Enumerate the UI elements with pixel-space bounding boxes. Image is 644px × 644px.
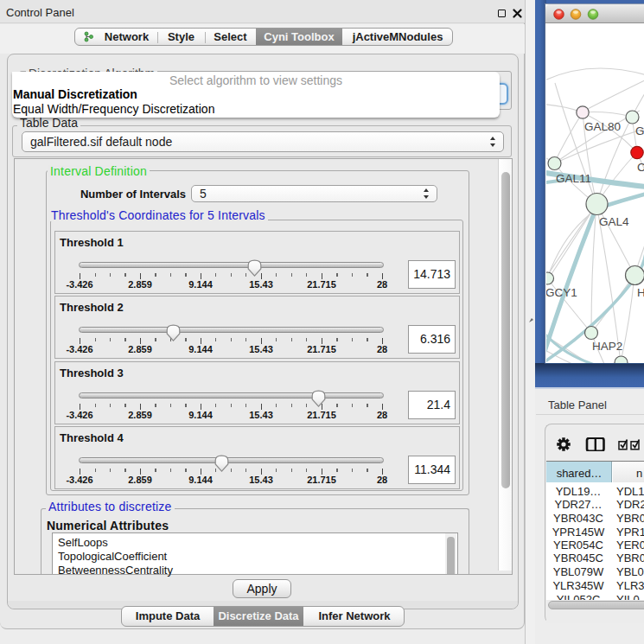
svg-text:H: H: [637, 286, 644, 299]
svg-text:GCY1: GCY1: [546, 286, 577, 299]
svg-text:GAL80: GAL80: [584, 120, 621, 133]
svg-text:GAL4: GAL4: [599, 215, 629, 228]
svg-text:GAL11: GAL11: [556, 172, 591, 185]
svg-text:C: C: [637, 161, 644, 174]
svg-text:GA: GA: [635, 124, 644, 137]
svg-text:HAP2: HAP2: [592, 340, 622, 353]
